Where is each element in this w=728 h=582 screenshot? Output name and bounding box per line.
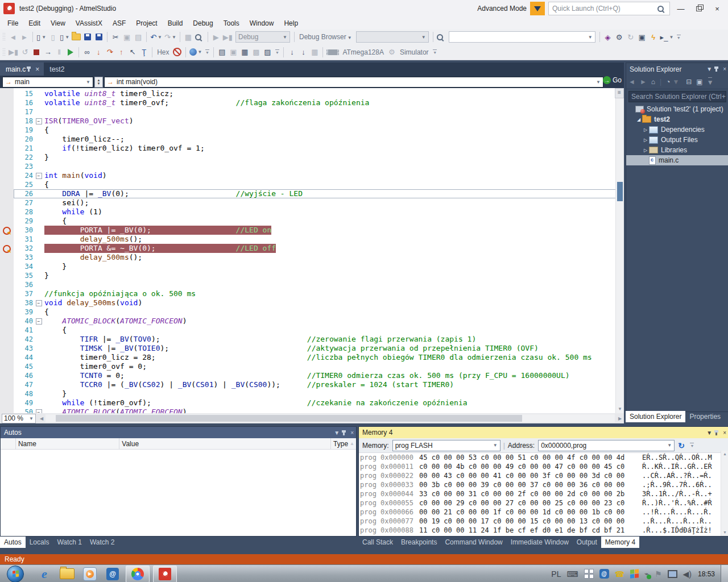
undo-icon[interactable]: ↶▼ [150, 31, 162, 43]
memory-hex-view[interactable]: prog 0x00000045 c0 00 00 53 c0 00 00 51 … [360, 453, 721, 535]
refresh-icon[interactable]: ↻ [678, 441, 685, 450]
run-to-icon[interactable]: ▶▮ [9, 47, 18, 58]
column-value[interactable]: Value [119, 438, 331, 449]
watch-glasses-icon[interactable]: ∞ [82, 47, 92, 58]
fold-collapse-icon[interactable]: − [36, 300, 42, 306]
device-name-label[interactable]: ATmega128A [342, 48, 384, 56]
device-programming-icon[interactable]: ▣ [638, 31, 647, 43]
navigate-search-icon[interactable] [195, 31, 204, 43]
scroll-down-icon[interactable]: ▼ [616, 405, 624, 413]
start-without-debugging-icon[interactable]: ▶▮ [223, 31, 233, 43]
tab-call-stack[interactable]: Call Stack [358, 537, 397, 548]
read-flash-icon[interactable]: ↓ [299, 47, 308, 58]
keyboard-icon[interactable]: ⌨ [566, 569, 578, 579]
disassembly-icon[interactable]: ▤ [217, 47, 226, 58]
code-line-31[interactable]: 31 delay_500ms(); [14, 235, 616, 244]
code-line-44[interactable]: 44 timer0_licz = 28; //liczba pełnych ob… [14, 353, 616, 362]
tree-item-libraries[interactable]: ▷Libraries [626, 145, 728, 155]
vassistx-icon[interactable]: ◈ [603, 31, 613, 43]
menu-view[interactable]: View [46, 18, 71, 29]
io-view-icon[interactable]: ▼ [189, 47, 202, 58]
fold-collapse-icon[interactable]: − [36, 118, 42, 124]
code-editor[interactable]: 15volatile uint8_t timer0_licz;16volatil… [0, 88, 616, 413]
code-line-49[interactable]: 49 while (!timer0_ovf); //czekanie na za… [14, 398, 616, 408]
tracepoint-icon[interactable] [3, 245, 11, 253]
code-line-47[interactable]: 47 TCCR0 |= (_BV(CS02) | _BV(CS01) | _BV… [14, 380, 616, 389]
paste-icon[interactable]: ▤ [134, 31, 143, 43]
debug-browser-combo[interactable]: ▼ [356, 31, 429, 43]
properties-window-icon[interactable]: ▦ [184, 31, 193, 43]
restart-debug-icon[interactable]: ↺ [20, 47, 30, 58]
code-line-46[interactable]: 46 TCNT0 = 0; //TIMER0 odmierza czas ok.… [14, 371, 616, 380]
code-line-35[interactable]: 35} [14, 271, 616, 280]
code-line-15[interactable]: 15volatile uint8_t timer0_licz; [14, 89, 616, 98]
windows-explorer-icon[interactable] [57, 566, 77, 582]
fold-collapse-icon[interactable]: − [36, 318, 42, 325]
close-icon[interactable]: × [723, 430, 726, 436]
toolbar-overflow-icon[interactable]: ▼ [274, 49, 280, 55]
memory-row[interactable]: prog 0x00008811 c0 00 00 11 24 1f be cf … [360, 526, 721, 535]
document-tab-test2[interactable]: test2 [44, 63, 69, 76]
collapsed-icon[interactable]: ▷ [642, 138, 649, 143]
command-prompt-icon[interactable]: ▸_▼ [660, 31, 674, 43]
find-combo[interactable]: ▼ [449, 31, 595, 43]
toolbar-overflow-icon[interactable]: ▼ [204, 49, 210, 55]
program-flash-icon[interactable]: ↓ [287, 47, 296, 58]
phone-icon[interactable]: ☎ [615, 569, 624, 579]
stop-debugging-icon[interactable] [32, 47, 41, 58]
code-line-40[interactable]: 40− ATOMIC_BLOCK(ATOMIC_FORCEON) [14, 317, 616, 326]
tab-watch-2[interactable]: Watch 2 [86, 537, 119, 548]
watch-window-icon[interactable]: ▨ [263, 47, 272, 58]
code-line-32[interactable]: 32 PORTA &= ~_BV(0); //LED off [14, 244, 616, 253]
debugger-tool-label[interactable]: Simulator [400, 48, 429, 56]
debugger-tool-icon[interactable]: ⚙ [387, 47, 396, 58]
usb-icon[interactable]: ⌁ [644, 569, 649, 578]
tab-solution-explorer[interactable]: Solution Explorer [626, 411, 685, 422]
window-menu-icon[interactable]: ▼ [706, 66, 712, 72]
menu-build[interactable]: Build [163, 18, 188, 29]
code-line-39[interactable]: 39{ [14, 307, 616, 317]
memory-row[interactable]: prog 0x00002200 00 43 c0 00 00 41 c0 00 … [360, 471, 721, 480]
zoom-dropdown[interactable]: 100 %▼ [2, 414, 36, 423]
media-player-icon[interactable]: ▶ [80, 566, 100, 582]
toolbar-overflow-icon[interactable]: ▼ [689, 443, 695, 448]
redo-icon[interactable]: ↷▼ [164, 31, 176, 43]
tab-autos[interactable]: Autos [0, 537, 26, 548]
code-line-17[interactable]: 17 [14, 107, 616, 117]
code-line-37[interactable]: 37//funkcja opóźniająca o ok. 500 ms [14, 289, 616, 298]
code-line-19[interactable]: 19{ [14, 126, 616, 135]
tab-output[interactable]: Output [573, 537, 601, 548]
run-to-cursor-icon[interactable]: Ţ [139, 47, 148, 58]
memory-row[interactable]: prog 0x000055c0 00 00 29 c0 00 00 27 c0 … [360, 498, 721, 508]
code-line-33[interactable]: 33 delay_500ms(); [14, 253, 616, 262]
expanded-icon[interactable]: ◢ [635, 117, 642, 122]
scroll-right-icon[interactable]: ▶ [616, 416, 624, 421]
nav-back-icon[interactable]: ◄ [9, 31, 18, 43]
tab-watch-1[interactable]: Watch 1 [53, 537, 86, 548]
toolbar-grip[interactable] [2, 32, 5, 41]
scrollbar-thumb[interactable] [617, 182, 623, 201]
start-button[interactable] [7, 566, 24, 582]
tab-memory-4[interactable]: Memory 4 [601, 537, 639, 548]
find-in-files-icon[interactable] [437, 31, 446, 43]
memory-row[interactable]: prog 0x00006600 00 21 c0 00 00 1f c0 00 … [360, 508, 721, 517]
code-line-18[interactable]: 18−ISR(TIMER0_OVF_vect) [14, 117, 616, 126]
horizontal-scrollbar[interactable] [46, 414, 615, 422]
memory-titlebar[interactable]: Memory 4 ▼× [359, 427, 728, 438]
memory-row[interactable]: prog 0x00000045 c0 00 00 53 c0 00 00 51 … [360, 453, 721, 462]
dialog-icon[interactable]: ▣ [229, 47, 238, 58]
cut-icon[interactable]: ✂ [111, 31, 120, 43]
preview-icon[interactable]: ▣ [696, 78, 702, 86]
show-desktop-button[interactable] [721, 565, 728, 582]
continue-icon[interactable] [66, 47, 75, 58]
va-go-button[interactable]: → Go [603, 76, 622, 84]
tab-properties[interactable]: Properties [685, 411, 725, 422]
toolbar-overflow-icon[interactable]: ▼ [708, 77, 713, 86]
blue-at-icon[interactable]: @ [599, 569, 609, 579]
menu-debug[interactable]: Debug [188, 18, 218, 29]
tree-item-output-files[interactable]: ▷Output Files [626, 135, 728, 145]
fold-collapse-icon[interactable]: − [36, 173, 42, 179]
solution-explorer-titlebar[interactable]: Solution Explorer ▼× [626, 63, 728, 75]
copy-icon[interactable]: ▣ [122, 31, 131, 43]
code-line-43[interactable]: 43 TIMSK |= _BV(TOIE0); //aktywacja prze… [14, 344, 616, 353]
